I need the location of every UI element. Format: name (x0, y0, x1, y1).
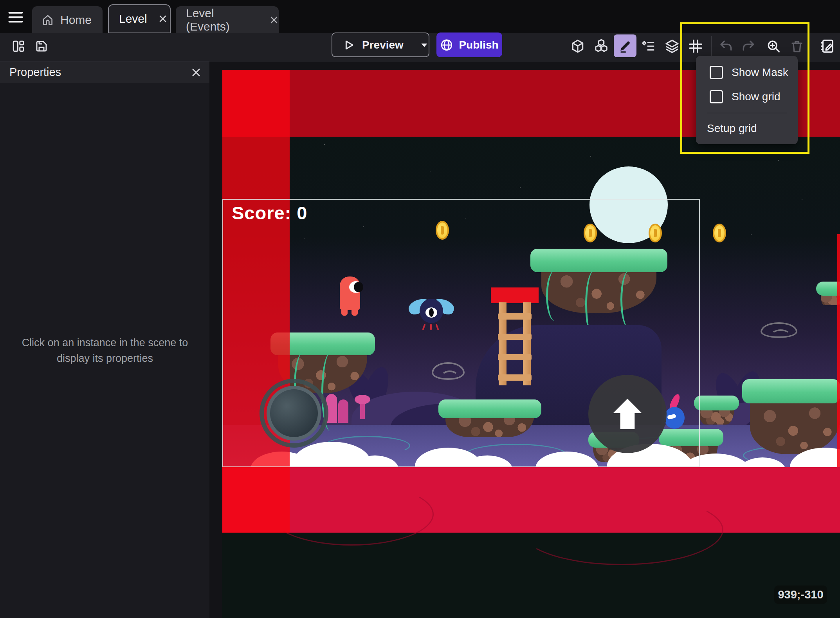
jump-button[interactable] (588, 375, 667, 453)
arrow-up-icon (606, 392, 649, 435)
publish-label: Publish (459, 39, 498, 51)
tab-label: Level (Events) (186, 7, 258, 33)
cursor-coordinates-badge: 939;-310 (774, 585, 827, 604)
coin[interactable] (713, 224, 726, 242)
layers-icon[interactable] (663, 37, 681, 56)
platform[interactable] (694, 396, 739, 427)
edit-tool-icon[interactable] (614, 34, 636, 57)
chevron-down-icon[interactable] (418, 39, 430, 51)
menu-item-show-mask[interactable]: Show Mask (696, 61, 798, 83)
home-icon (41, 14, 54, 26)
tab-label: Home (60, 13, 92, 27)
redo-icon[interactable] (739, 37, 758, 56)
eye-decoration (761, 322, 797, 338)
save-icon[interactable] (32, 37, 51, 56)
objects-icon[interactable] (592, 37, 611, 56)
close-icon[interactable] (191, 67, 202, 78)
panel-title: Properties (9, 66, 61, 79)
delete-icon[interactable] (788, 37, 806, 56)
boundary-band-right (837, 234, 840, 467)
properties-panel-header: Properties (0, 61, 209, 83)
boundary-band-bottom[interactable] (222, 467, 840, 533)
events-sheet-icon[interactable] (818, 37, 837, 56)
show-grid-checkbox[interactable] (710, 90, 723, 103)
close-icon[interactable] (158, 14, 168, 23)
cube-3d-icon[interactable] (568, 37, 587, 56)
zoom-in-icon[interactable] (764, 37, 783, 56)
main-menu-icon[interactable] (7, 10, 24, 24)
platform[interactable] (816, 282, 840, 306)
play-icon (342, 39, 355, 51)
tab-label: Level (119, 12, 147, 25)
preview-label: Preview (362, 39, 404, 51)
grid-options-menu: Show Mask Show grid Setup grid (696, 56, 798, 144)
properties-panel: Properties Click on an instance in the s… (0, 61, 209, 618)
menu-divider (707, 113, 787, 113)
tab-level[interactable]: Level (108, 4, 171, 33)
menu-item-setup-grid[interactable]: Setup grid (707, 119, 789, 138)
top-tab-bar: Home Level Level (Events) (0, 0, 840, 33)
grid-icon[interactable] (686, 37, 705, 56)
game-scene[interactable]: Score: 0 (222, 70, 840, 618)
close-icon[interactable] (269, 15, 279, 25)
joystick-control[interactable] (260, 379, 328, 448)
instances-list-icon[interactable] (639, 37, 658, 56)
publish-button[interactable]: Publish (436, 33, 502, 57)
toolbar-divider (711, 36, 712, 57)
preview-button[interactable]: Preview (332, 33, 429, 57)
show-mask-checkbox[interactable] (710, 66, 723, 79)
globe-icon (440, 38, 453, 52)
panel-empty-message: Click on an instance in the scene to dis… (11, 335, 199, 366)
tab-home[interactable]: Home (32, 6, 103, 33)
scene-editor-canvas[interactable]: Score: 0 (209, 61, 840, 618)
undo-icon[interactable] (717, 37, 735, 56)
menu-item-show-grid[interactable]: Show grid (696, 86, 798, 108)
layout-icon[interactable] (9, 37, 28, 56)
tab-level-events[interactable]: Level (Events) (176, 6, 279, 33)
score-text: Score: 0 (232, 202, 307, 224)
